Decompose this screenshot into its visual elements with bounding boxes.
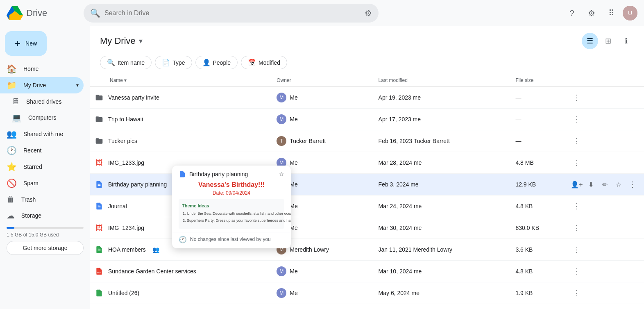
owner-cell: MMe: [277, 158, 368, 168]
owner-cell: MMe: [277, 93, 368, 102]
table-row[interactable]: PDF Sundance Garden Center services MMe …: [90, 261, 644, 282]
table-row[interactable]: Vanessa party invite MMe Apr 19, 2023 me…: [90, 87, 644, 109]
sidebar-item-recent[interactable]: 🕐 Recent: [0, 142, 84, 159]
sidebar-item-storage[interactable]: ☁ Storage: [0, 207, 84, 224]
file-table-body: Vanessa party invite MMe Apr 19, 2023 me…: [90, 87, 644, 304]
star-button[interactable]: ☆: [612, 178, 625, 191]
more-options-button[interactable]: ⋮: [570, 200, 583, 213]
sidebar-item-label: Starred: [23, 164, 42, 170]
last-modified: Jan 11, 2021 Meredith Lowry: [374, 239, 511, 261]
more-options-button[interactable]: ⋮: [570, 156, 583, 169]
more-options-button[interactable]: ⋮: [570, 286, 583, 300]
filter-item-name[interactable]: 🔍 Item name: [100, 56, 152, 69]
sidebar-item-label: My Drive: [23, 82, 46, 89]
topbar-right: ? ⚙ ⠿ U: [564, 5, 637, 21]
last-modified: Feb 16, 2023 Tucker Barrett: [374, 130, 511, 152]
table-row[interactable]: Untitled (26) MMe May 6, 2024 me 1.9 KB …: [90, 282, 644, 304]
table-row[interactable]: Tucker pics TTucker Barrett Feb 16, 2023…: [90, 130, 644, 152]
main-layout: + New 🏠 Home 📁 My Drive ▾ 🖥 Shared drive…: [0, 26, 644, 309]
more-options-button[interactable]: ⋮: [626, 178, 639, 191]
sidebar: + New 🏠 Home 📁 My Drive ▾ 🖥 Shared drive…: [0, 26, 90, 309]
grid-view-button[interactable]: ⊞: [600, 33, 616, 49]
type-filter-icon: 📄: [162, 59, 170, 66]
sidebar-item-shared-with-me[interactable]: 👥 Shared with me: [0, 126, 84, 142]
file-size: 12.9 KB: [510, 174, 565, 195]
content-header: My Drive ▾ ☰ ⊞ ℹ: [90, 26, 644, 52]
user-avatar[interactable]: U: [623, 6, 637, 20]
filter-people-label: People: [213, 59, 231, 66]
file-name: Birthday party planning: [108, 181, 167, 188]
filter-bar: 🔍 Item name 📄 Type 👤 People 📅 Modified: [90, 52, 644, 74]
popup-preview-list: Under the Sea: Decorate with seashells, …: [182, 211, 281, 224]
settings-button[interactable]: ⚙: [583, 5, 600, 21]
owner-name: Me: [290, 159, 297, 166]
doc-icon: [95, 202, 103, 210]
content-area: My Drive ▾ ☰ ⊞ ℹ 🔍 Item name 📄 Type 👤 Pe…: [90, 26, 644, 309]
my-drive-icon: 📁: [7, 80, 17, 90]
history-icon: 🕐: [179, 236, 187, 243]
owner-avatar: M: [277, 266, 286, 276]
view-controls: ☰ ⊞ ℹ: [582, 33, 634, 49]
logo-area: Drive: [7, 6, 80, 20]
table-row[interactable]: Birthday party planning Birthday party p…: [90, 174, 644, 195]
more-options-button[interactable]: ⋮: [570, 243, 583, 256]
sidebar-item-label: Trash: [21, 196, 36, 203]
owner-cell: MMeredith Lowry: [277, 245, 368, 254]
owner-cell: TTucker Barrett: [277, 136, 368, 146]
file-name-cell: Untitled (26): [95, 289, 267, 297]
filter-modified[interactable]: 📅 Modified: [241, 56, 287, 69]
new-button[interactable]: + New: [5, 31, 47, 56]
image-icon: 🖼: [95, 224, 103, 232]
sidebar-item-label: Recent: [23, 147, 41, 154]
owner-cell: MMe: [277, 266, 368, 276]
search-bar[interactable]: 🔍 ⚙: [84, 4, 379, 23]
sidebar-item-computers[interactable]: 💻 Computers: [0, 109, 84, 126]
last-modified: Mar 10, 2024 me: [374, 261, 511, 282]
shared-icon: 👥: [152, 246, 159, 253]
folder-icon: [95, 137, 103, 145]
sidebar-item-starred[interactable]: ⭐ Starred: [0, 159, 84, 175]
owner-name: Meredith Lowry: [290, 246, 329, 253]
owner-name: Me: [290, 116, 297, 123]
sidebar-item-my-drive[interactable]: 📁 My Drive ▾: [0, 77, 84, 93]
more-options-button[interactable]: ⋮: [570, 91, 583, 104]
download-button[interactable]: ⬇: [584, 178, 597, 191]
info-button[interactable]: ℹ: [618, 33, 634, 49]
sidebar-item-trash[interactable]: 🗑 Trash: [0, 191, 84, 207]
file-size: —: [510, 130, 565, 152]
sidebar-item-shared-drives[interactable]: 🖥 Shared drives: [0, 93, 84, 109]
list-view-button[interactable]: ☰: [582, 33, 598, 49]
table-row[interactable]: Trip to Hawaii MMe Apr 17, 2023 me — ⋮: [90, 109, 644, 130]
sidebar-item-label: Storage: [21, 212, 41, 219]
starred-icon: ⭐: [7, 162, 17, 172]
drive-title-arrow[interactable]: ▾: [139, 36, 143, 45]
more-options-button[interactable]: ⋮: [570, 113, 583, 126]
more-options-button[interactable]: ⋮: [570, 221, 583, 234]
file-size: 4.8 MB: [510, 152, 565, 174]
apps-button[interactable]: ⠿: [603, 5, 619, 21]
search-input[interactable]: [104, 9, 361, 17]
sidebar-item-spam[interactable]: 🚫 Spam: [0, 175, 84, 191]
last-modified: Apr 19, 2023 me: [374, 87, 511, 109]
sheet-icon: [95, 289, 103, 297]
get-more-storage-button[interactable]: Get more storage: [7, 241, 84, 255]
search-filter-icon[interactable]: ⚙: [365, 8, 372, 18]
file-size: —: [510, 87, 565, 109]
rename-button[interactable]: ✏: [598, 178, 611, 191]
popup-file-name: Birthday party planning: [189, 171, 248, 177]
owner-name: Tucker Barrett: [290, 138, 326, 144]
help-button[interactable]: ?: [564, 5, 580, 21]
last-modified: Apr 17, 2023 me: [374, 109, 511, 130]
sidebar-item-home[interactable]: 🏠 Home: [0, 61, 84, 77]
modified-filter-icon: 📅: [248, 59, 256, 66]
add-people-button[interactable]: 👤+: [570, 178, 583, 191]
file-size: 4.8 KB: [510, 261, 565, 282]
col-owner: Owner: [272, 74, 373, 87]
filter-people[interactable]: 👤 People: [195, 56, 238, 69]
popup-star-button[interactable]: ☆: [279, 171, 284, 177]
pdf-icon: PDF: [95, 267, 103, 275]
more-options-button[interactable]: ⋮: [570, 265, 583, 278]
more-options-button[interactable]: ⋮: [570, 134, 583, 148]
filter-type[interactable]: 📄 Type: [155, 56, 192, 69]
shared-drives-icon: 🖥: [11, 97, 20, 106]
